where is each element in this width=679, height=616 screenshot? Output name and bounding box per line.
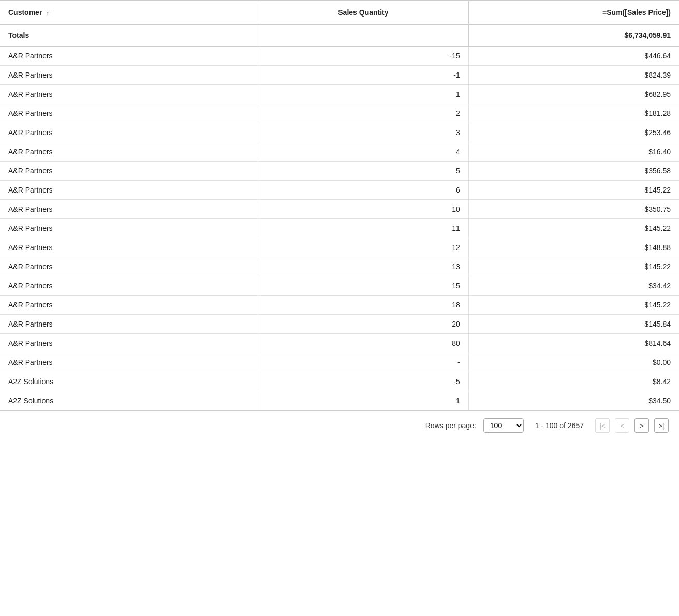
prev-page-button[interactable]: < [615,418,629,433]
qty-cell: 4 [258,142,469,162]
price-cell: $145.84 [468,315,679,334]
price-cell: $145.22 [468,296,679,315]
table-row: A2Z Solutions-5$8.42 [0,372,679,391]
customer-cell: A&R Partners [0,181,258,200]
table-row: A&R Partners-$0.00 [0,353,679,372]
customer-cell: A&R Partners [0,257,258,276]
price-cell: $824.39 [468,66,679,85]
price-cell: $145.22 [468,257,679,276]
table-row: A&R Partners10$350.75 [0,200,679,219]
customer-cell: A&R Partners [0,315,258,334]
qty-cell: 1 [258,85,469,104]
customer-cell: A&R Partners [0,104,258,123]
price-cell: $181.28 [468,104,679,123]
sales-price-column-label: =Sum([Sales Price]) [602,8,671,17]
qty-cell: 6 [258,181,469,200]
table-row: A&R Partners20$145.84 [0,315,679,334]
price-cell: $16.40 [468,142,679,162]
qty-cell: -1 [258,66,469,85]
price-cell: $148.88 [468,238,679,257]
customer-cell: A&R Partners [0,334,258,353]
price-cell: $8.42 [468,372,679,391]
sales-quantity-column-label: Sales Quantity [338,8,388,17]
qty-cell: -5 [258,372,469,391]
customer-cell: A&R Partners [0,85,258,104]
next-page-button[interactable]: > [634,418,649,433]
price-cell: $814.64 [468,334,679,353]
customer-cell: A&R Partners [0,238,258,257]
table-row: A&R Partners12$148.88 [0,238,679,257]
totals-price: $6,734,059.91 [468,24,679,46]
customer-cell: A&R Partners [0,123,258,142]
price-cell: $356.58 [468,162,679,181]
sort-icon: ↑≡ [46,10,52,16]
customer-cell: A&R Partners [0,46,258,66]
qty-cell: 11 [258,219,469,238]
pagination-info: 1 - 100 of 2657 [535,421,584,430]
table-row: A2Z Solutions1$34.50 [0,391,679,410]
table-row: A&R Partners18$145.22 [0,296,679,315]
last-page-button[interactable]: >| [654,418,669,433]
table-row: A&R Partners80$814.64 [0,334,679,353]
qty-cell: 15 [258,276,469,296]
price-cell: $682.95 [468,85,679,104]
first-page-button[interactable]: |< [595,418,610,433]
sales-quantity-column-header: Sales Quantity [258,1,469,24]
table-row: A&R Partners3$253.46 [0,123,679,142]
qty-cell: 3 [258,123,469,142]
price-cell: $0.00 [468,353,679,372]
price-cell: $34.42 [468,276,679,296]
qty-cell: 80 [258,334,469,353]
price-cell: $34.50 [468,391,679,410]
qty-cell: 13 [258,257,469,276]
customer-cell: A2Z Solutions [0,391,258,410]
customer-cell: A&R Partners [0,219,258,238]
table-container: Customer ↑≡ Sales Quantity =Sum([Sales P… [0,0,679,440]
rows-per-page-select[interactable]: 102550100250 [483,418,524,433]
qty-cell: 5 [258,162,469,181]
qty-cell: 18 [258,296,469,315]
customer-column-header[interactable]: Customer ↑≡ [0,1,258,24]
table-row: A&R Partners13$145.22 [0,257,679,276]
totals-row: Totals $6,734,059.91 [0,24,679,46]
table-row: A&R Partners6$145.22 [0,181,679,200]
table-row: A&R Partners-1$824.39 [0,66,679,85]
customer-cell: A&R Partners [0,66,258,85]
price-cell: $145.22 [468,219,679,238]
data-table: Customer ↑≡ Sales Quantity =Sum([Sales P… [0,0,679,410]
pagination-bar: Rows per page: 102550100250 1 - 100 of 2… [0,410,679,440]
price-cell: $446.64 [468,46,679,66]
table-row: A&R Partners11$145.22 [0,219,679,238]
qty-cell: 20 [258,315,469,334]
table-row: A&R Partners5$356.58 [0,162,679,181]
qty-cell: - [258,353,469,372]
table-row: A&R Partners-15$446.64 [0,46,679,66]
totals-qty [258,24,469,46]
customer-column-label: Customer [8,8,42,17]
table-row: A&R Partners4$16.40 [0,142,679,162]
price-cell: $253.46 [468,123,679,142]
customer-cell: A&R Partners [0,296,258,315]
qty-cell: 1 [258,391,469,410]
customer-cell: A&R Partners [0,142,258,162]
customer-cell: A2Z Solutions [0,372,258,391]
table-header-row: Customer ↑≡ Sales Quantity =Sum([Sales P… [0,1,679,24]
qty-cell: -15 [258,46,469,66]
rows-per-page-label: Rows per page: [425,421,476,430]
customer-cell: A&R Partners [0,162,258,181]
table-row: A&R Partners2$181.28 [0,104,679,123]
customer-cell: A&R Partners [0,276,258,296]
totals-label: Totals [0,24,258,46]
price-cell: $350.75 [468,200,679,219]
price-cell: $145.22 [468,181,679,200]
qty-cell: 2 [258,104,469,123]
sales-price-column-header: =Sum([Sales Price]) [468,1,679,24]
qty-cell: 12 [258,238,469,257]
table-row: A&R Partners15$34.42 [0,276,679,296]
customer-cell: A&R Partners [0,353,258,372]
qty-cell: 10 [258,200,469,219]
table-row: A&R Partners1$682.95 [0,85,679,104]
customer-cell: A&R Partners [0,200,258,219]
